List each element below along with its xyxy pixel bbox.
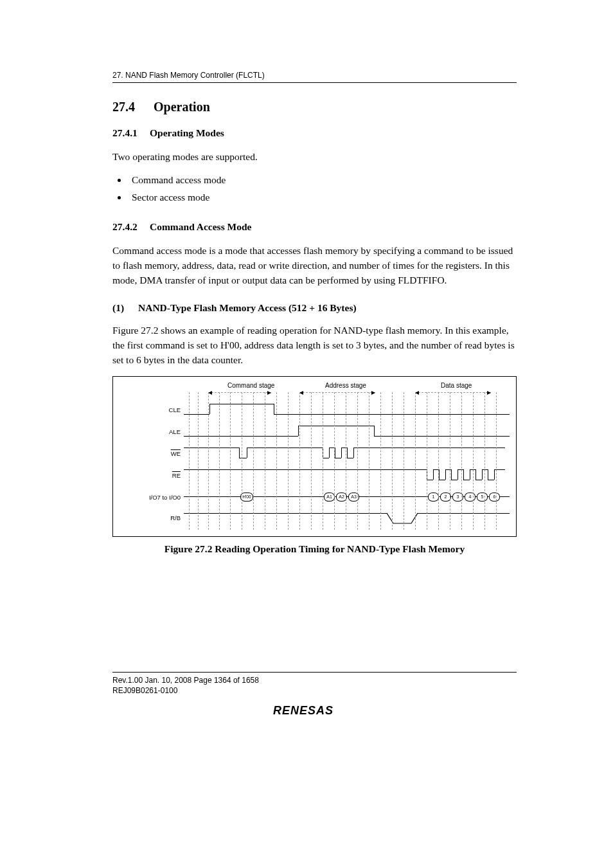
grid-line bbox=[198, 392, 199, 530]
grid-line bbox=[404, 392, 404, 530]
grid-line bbox=[473, 392, 474, 530]
grid-line bbox=[484, 392, 485, 530]
stage-range-arrow bbox=[208, 392, 271, 393]
header-rule bbox=[112, 82, 517, 83]
svg-text:RENESAS: RENESAS bbox=[273, 704, 333, 717]
subsection-heading: 27.4.1Operating Modes bbox=[112, 127, 517, 139]
list-item: Command access mode bbox=[128, 172, 517, 188]
grid-line bbox=[380, 392, 381, 530]
grid-line bbox=[392, 392, 393, 530]
signal-row-cle: CLE bbox=[113, 402, 516, 418]
grid-line bbox=[288, 392, 289, 530]
signal-row-io: I/O7 to I/O0 H'00 A1 A2 A3 1 2 3 4 5 6 bbox=[113, 490, 516, 505]
grid-line bbox=[346, 392, 346, 530]
io-bubble-cmd: H'00 bbox=[240, 493, 253, 502]
grid-line bbox=[357, 392, 358, 530]
body-paragraph: Command access mode is a mode that acces… bbox=[112, 243, 517, 288]
grid-line bbox=[369, 392, 369, 530]
page-footer: Rev.1.00 Jan. 10, 2008 Page 1364 of 1658… bbox=[112, 672, 517, 696]
subsection-title: Command Access Mode bbox=[150, 221, 251, 232]
io-bubble-a1: A1 bbox=[324, 493, 335, 502]
grid-line bbox=[265, 392, 265, 530]
grid-line bbox=[299, 392, 300, 530]
grid-line bbox=[276, 392, 277, 530]
sub-sub-number: (1) bbox=[112, 302, 138, 314]
grid-line bbox=[450, 392, 450, 530]
signal-label: I/O7 to I/O0 bbox=[113, 494, 181, 501]
stage-label-data: Data stage bbox=[441, 382, 472, 389]
sub-sub-title: NAND-Type Flash Memory Access (512 + 16 … bbox=[138, 302, 357, 313]
section-title: Operation bbox=[154, 100, 210, 114]
intro-paragraph: Two operating modes are supported. bbox=[112, 149, 517, 164]
signal-row-we: WE bbox=[113, 446, 516, 462]
list-item: Sector access mode bbox=[128, 189, 517, 206]
signal-label: CLE bbox=[113, 406, 181, 413]
signal-row-rb: R/B bbox=[113, 511, 516, 526]
grid-line bbox=[208, 392, 209, 530]
signal-label: R/B bbox=[113, 514, 181, 521]
sub-subheading: (1)NAND-Type Flash Memory Access (512 + … bbox=[112, 302, 517, 314]
figure-caption: Figure 27.2 Reading Operation Timing for… bbox=[112, 543, 517, 555]
footer-rule bbox=[112, 672, 517, 673]
grid-line bbox=[323, 392, 323, 530]
footer-line-1: Rev.1.00 Jan. 10, 2008 Page 1364 of 1658 bbox=[112, 675, 517, 685]
stage-label-address: Address stage bbox=[325, 382, 366, 389]
grid-line bbox=[311, 392, 312, 530]
grid-line bbox=[253, 392, 254, 530]
io-bubble-d1: 1 bbox=[428, 493, 439, 502]
stage-label-command: Command stage bbox=[227, 382, 274, 389]
renesas-logo: RENESAS bbox=[112, 703, 517, 720]
grid-line bbox=[334, 392, 335, 530]
mode-list: Command access mode Sector access mode bbox=[112, 172, 517, 206]
subsection-number: 27.4.1 bbox=[112, 127, 150, 139]
signal-label: ALE bbox=[113, 428, 181, 435]
io-bubble-d4: 4 bbox=[465, 493, 475, 502]
grid-line bbox=[461, 392, 462, 530]
running-header: 27. NAND Flash Memory Controller (FLCTL) bbox=[112, 71, 517, 80]
grid-line bbox=[415, 392, 416, 530]
signal-row-ale: ALE bbox=[113, 424, 516, 440]
subsection-number: 27.4.2 bbox=[112, 221, 150, 233]
grid-line bbox=[496, 392, 497, 530]
io-bubble-d5: 5 bbox=[477, 493, 488, 502]
grid-line bbox=[242, 392, 242, 530]
grid-line bbox=[427, 392, 427, 530]
timing-diagram: Command stage Address stage Data stage 1… bbox=[112, 376, 517, 537]
grid-line bbox=[230, 392, 231, 530]
subsection-heading: 27.4.2Command Access Mode bbox=[112, 221, 517, 233]
grid-line bbox=[438, 392, 439, 530]
grid-line bbox=[219, 392, 220, 530]
grid-line bbox=[189, 392, 190, 530]
signal-row-re: RE bbox=[113, 468, 516, 484]
body-paragraph: Figure 27.2 shows an example of reading … bbox=[112, 323, 517, 368]
section-heading: 27.4Operation bbox=[112, 100, 517, 114]
section-number: 27.4 bbox=[112, 100, 154, 114]
subsection-title: Operating Modes bbox=[150, 127, 224, 138]
io-bubble-d6: 6 bbox=[489, 493, 500, 502]
signal-label: RE bbox=[113, 472, 181, 479]
footer-line-2: REJ09B0261-0100 bbox=[112, 685, 517, 696]
signal-label: WE bbox=[113, 450, 181, 457]
